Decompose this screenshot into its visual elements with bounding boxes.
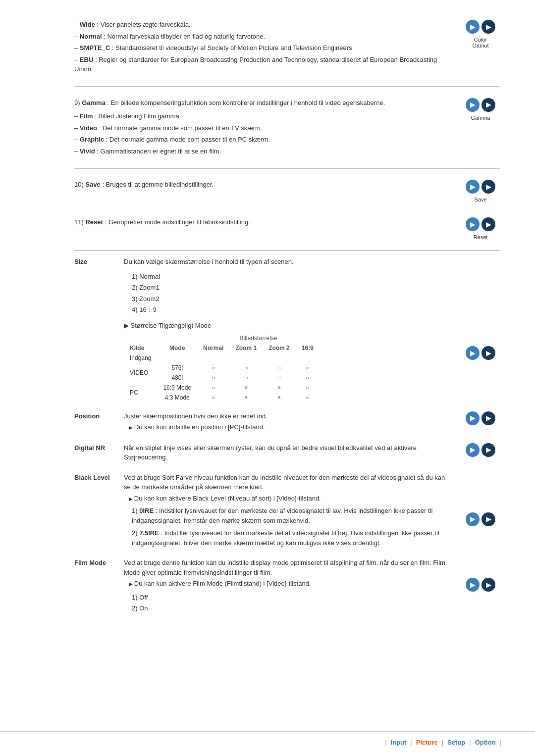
digital-nr-icons: ▶ ▶ bbox=[461, 443, 500, 464]
ratio-indgang bbox=[296, 353, 320, 363]
vivid-text: : Gammatilstanden er egnet til at se en … bbox=[95, 148, 221, 155]
nav-sep-1: | bbox=[410, 739, 412, 746]
75ire-text: : Indstiller lysniveauet for den mørkest… bbox=[132, 529, 439, 547]
normal-text: : Normal farveskala tilbyder en flad og … bbox=[102, 33, 266, 40]
position-label: Position bbox=[74, 411, 124, 434]
nav-sep-0: | bbox=[385, 739, 386, 746]
position-icon-group: ▶ ▶ bbox=[466, 411, 495, 425]
0ire-text: : Indstiller lysniveauet for den mørkest… bbox=[132, 507, 432, 524]
ebu-term: EBU bbox=[80, 56, 93, 63]
nav-sep-2: | bbox=[442, 739, 443, 746]
normal-bullet: Normal : Normal farveskala tilbyder en f… bbox=[74, 32, 451, 42]
size-item-1: 1) Normal bbox=[132, 272, 451, 282]
graphic-bullet: Graphic : Det normale gamma mode som pas… bbox=[74, 135, 451, 145]
content-area: Wide : Viser panelets ægte farveskala. N… bbox=[35, 15, 500, 615]
nav-picture[interactable]: Picture bbox=[416, 739, 438, 746]
save-label: Save bbox=[474, 197, 486, 202]
save-term: Save bbox=[85, 181, 100, 188]
gamma-prev-icon[interactable]: ▶ bbox=[466, 98, 480, 112]
ebu-bullet: EBU : Regler og standarder for European … bbox=[74, 55, 451, 74]
digital-nr-content: Når en stiplet linje vises eller skærmen… bbox=[124, 443, 461, 464]
normal-480i: ○ bbox=[197, 373, 229, 383]
size-intro: Du kan vælge skærmstørrelse i henhold ti… bbox=[124, 257, 451, 267]
digital-nr-prev-icon[interactable]: ▶ bbox=[466, 443, 480, 457]
black-level-icon-group: ▶ ▶ bbox=[466, 512, 495, 526]
gamma-content: 9) Gamma : En billede kompenseringsfunkt… bbox=[74, 98, 461, 158]
zoom1-480i: ○ bbox=[229, 373, 263, 383]
nav-sep-3: | bbox=[469, 739, 471, 746]
gamma-next-icon[interactable]: ▶ bbox=[482, 98, 495, 112]
normal-pc-43: ○ bbox=[197, 393, 229, 403]
size-icon-group: ▶ ▶ bbox=[466, 346, 495, 360]
gamma-term: Gamma bbox=[82, 99, 106, 106]
black-level-icons: ▶ ▶ bbox=[461, 473, 500, 550]
zoom2-576i: ○ bbox=[263, 363, 296, 373]
save-next-icon[interactable]: ▶ bbox=[482, 180, 495, 194]
zoom2-pc-169: × bbox=[263, 383, 296, 393]
graphic-term: Graphic bbox=[80, 136, 104, 143]
size-next-icon[interactable]: ▶ bbox=[482, 346, 495, 360]
color-gamut-content: Wide : Viser panelets ægte farveskala. N… bbox=[74, 20, 461, 76]
film-bullet: Film : Billed Justering Film gamma. bbox=[74, 111, 451, 121]
color-gamut-section: Wide : Viser panelets ægte farveskala. N… bbox=[74, 15, 500, 76]
color-gamut-icon-group: ▶ ▶ bbox=[466, 20, 495, 34]
prev-icon[interactable]: ▶ bbox=[466, 20, 480, 34]
save-prev-icon[interactable]: ▶ bbox=[466, 180, 480, 194]
size-prev-icon[interactable]: ▶ bbox=[466, 346, 480, 360]
wide-text: : Viser panelets ægte farveskala. bbox=[95, 21, 191, 28]
smptec-text: : Standardiseret til videoudstyr af Soci… bbox=[110, 44, 352, 51]
th-normal: Normal bbox=[197, 343, 229, 353]
color-gamut-label: ColorGamut bbox=[472, 37, 488, 49]
save-section: 10) Save : Bruges til at gemme billedind… bbox=[74, 175, 500, 202]
mode-480i: 480i bbox=[157, 373, 197, 383]
zoom2-indgang bbox=[263, 353, 296, 363]
bottom-nav: | Input | Picture | Setup | Option | bbox=[0, 731, 535, 746]
size-content: Du kan vælge skærmstørrelse i henhold ti… bbox=[124, 257, 461, 403]
film-mode-icon-group: ▶ ▶ bbox=[466, 578, 495, 592]
table-row-indgang: Indgang bbox=[124, 353, 320, 363]
page-wrapper: Wide : Viser panelets ægte farveskala. N… bbox=[0, 0, 535, 756]
ebu-text: : Regler og standarder for European Broa… bbox=[74, 56, 437, 73]
film-mode-next-icon[interactable]: ▶ bbox=[482, 578, 495, 592]
size-item-3: 3) Zoom2 bbox=[132, 294, 451, 304]
gamma-icons: ▶ ▶ Gamma bbox=[461, 98, 500, 158]
film-mode-section: Film Mode Ved at bruge denne funktion ka… bbox=[74, 558, 500, 615]
digital-nr-next-icon[interactable]: ▶ bbox=[482, 443, 495, 457]
film-mode-icons: ▶ ▶ bbox=[461, 558, 500, 615]
reset-content: 11) Reset : Genopretter mode indstilling… bbox=[74, 217, 461, 240]
nav-option[interactable]: Option bbox=[475, 739, 496, 746]
vivid-term: Vivid bbox=[80, 148, 95, 155]
smptec-term: SMPTE_C bbox=[80, 44, 110, 51]
divider-1 bbox=[74, 86, 500, 87]
black-level-label: Black Level bbox=[74, 473, 124, 550]
video-text: : Det normale gamma mode som passer til … bbox=[97, 124, 263, 132]
ratio-pc-43: ○ bbox=[296, 393, 320, 403]
size-section: Size Du kan vælge skærmstørrelse i henho… bbox=[74, 257, 500, 403]
film-mode-prev-icon[interactable]: ▶ bbox=[466, 578, 480, 592]
wide-bullet: Wide : Viser panelets ægte farveskala. bbox=[74, 20, 451, 30]
normal-pc-169: ○ bbox=[197, 383, 229, 393]
next-icon[interactable]: ▶ bbox=[482, 20, 495, 34]
black-level-prev-icon[interactable]: ▶ bbox=[466, 512, 480, 526]
save-heading: 10) Save : Bruges til at gemme billedind… bbox=[74, 180, 451, 190]
nav-input[interactable]: Input bbox=[391, 739, 407, 746]
ratio-pc-169: ○ bbox=[296, 383, 320, 393]
film-term: Film bbox=[80, 112, 93, 120]
source-video: VIDEO bbox=[124, 363, 157, 383]
size-icons: ▶ ▶ bbox=[461, 257, 500, 403]
mode-pc-43: 4:3 Mode bbox=[157, 393, 197, 403]
digital-nr-section: Digital NR Når en stiplet linje vises el… bbox=[74, 443, 500, 464]
zoom2-480i: ○ bbox=[263, 373, 296, 383]
reset-prev-icon[interactable]: ▶ bbox=[466, 217, 480, 231]
gamma-label: Gamma bbox=[471, 115, 490, 121]
gamma-heading: 9) Gamma : En billede kompenseringsfunkt… bbox=[74, 98, 451, 108]
reset-next-icon[interactable]: ▶ bbox=[482, 217, 495, 231]
ratio-480i: ○ bbox=[296, 373, 320, 383]
mode-indgang bbox=[157, 353, 197, 363]
black-level-next-icon[interactable]: ▶ bbox=[482, 512, 495, 526]
position-next-icon[interactable]: ▶ bbox=[482, 411, 495, 425]
position-prev-icon[interactable]: ▶ bbox=[466, 411, 480, 425]
normal-term: Normal bbox=[80, 33, 102, 40]
nav-setup[interactable]: Setup bbox=[447, 739, 465, 746]
save-content: 10) Save : Bruges til at gemme billedind… bbox=[74, 180, 461, 202]
